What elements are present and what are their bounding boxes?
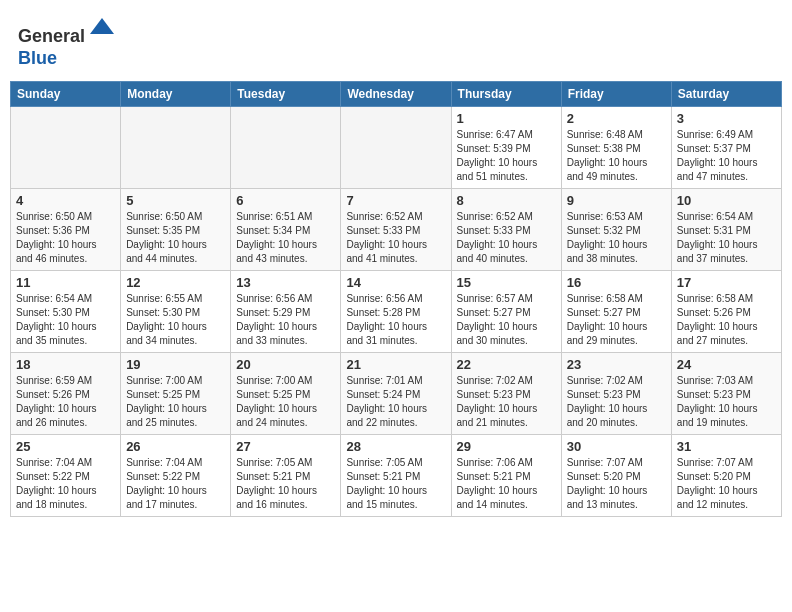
day-info: Sunrise: 7:04 AMSunset: 5:22 PMDaylight:… [126, 456, 225, 512]
calendar-cell: 4Sunrise: 6:50 AMSunset: 5:36 PMDaylight… [11, 189, 121, 271]
calendar-cell: 16Sunrise: 6:58 AMSunset: 5:27 PMDayligh… [561, 271, 671, 353]
day-number: 26 [126, 439, 225, 454]
day-number: 22 [457, 357, 556, 372]
day-info: Sunrise: 7:02 AMSunset: 5:23 PMDaylight:… [457, 374, 556, 430]
day-info: Sunrise: 7:01 AMSunset: 5:24 PMDaylight:… [346, 374, 445, 430]
calendar-cell: 10Sunrise: 6:54 AMSunset: 5:31 PMDayligh… [671, 189, 781, 271]
day-number: 17 [677, 275, 776, 290]
calendar-cell: 9Sunrise: 6:53 AMSunset: 5:32 PMDaylight… [561, 189, 671, 271]
calendar-week-3: 11Sunrise: 6:54 AMSunset: 5:30 PMDayligh… [11, 271, 782, 353]
column-header-saturday: Saturday [671, 82, 781, 107]
day-number: 6 [236, 193, 335, 208]
svg-marker-0 [90, 18, 114, 34]
day-number: 5 [126, 193, 225, 208]
day-number: 1 [457, 111, 556, 126]
calendar-cell: 26Sunrise: 7:04 AMSunset: 5:22 PMDayligh… [121, 435, 231, 517]
day-number: 18 [16, 357, 115, 372]
column-header-thursday: Thursday [451, 82, 561, 107]
logo-blue: Blue [18, 48, 57, 68]
calendar-week-2: 4Sunrise: 6:50 AMSunset: 5:36 PMDaylight… [11, 189, 782, 271]
logo-general: General [18, 26, 85, 46]
day-number: 3 [677, 111, 776, 126]
day-number: 9 [567, 193, 666, 208]
day-info: Sunrise: 7:00 AMSunset: 5:25 PMDaylight:… [236, 374, 335, 430]
calendar-cell: 23Sunrise: 7:02 AMSunset: 5:23 PMDayligh… [561, 353, 671, 435]
day-info: Sunrise: 6:56 AMSunset: 5:29 PMDaylight:… [236, 292, 335, 348]
calendar-week-1: 1Sunrise: 6:47 AMSunset: 5:39 PMDaylight… [11, 107, 782, 189]
day-info: Sunrise: 6:50 AMSunset: 5:36 PMDaylight:… [16, 210, 115, 266]
column-header-friday: Friday [561, 82, 671, 107]
day-info: Sunrise: 6:48 AMSunset: 5:38 PMDaylight:… [567, 128, 666, 184]
calendar-cell: 8Sunrise: 6:52 AMSunset: 5:33 PMDaylight… [451, 189, 561, 271]
calendar-cell [121, 107, 231, 189]
calendar-cell: 17Sunrise: 6:58 AMSunset: 5:26 PMDayligh… [671, 271, 781, 353]
day-number: 30 [567, 439, 666, 454]
day-number: 31 [677, 439, 776, 454]
day-number: 16 [567, 275, 666, 290]
column-header-tuesday: Tuesday [231, 82, 341, 107]
day-number: 25 [16, 439, 115, 454]
day-info: Sunrise: 7:06 AMSunset: 5:21 PMDaylight:… [457, 456, 556, 512]
calendar-cell [11, 107, 121, 189]
calendar-cell: 31Sunrise: 7:07 AMSunset: 5:20 PMDayligh… [671, 435, 781, 517]
column-header-sunday: Sunday [11, 82, 121, 107]
calendar-week-4: 18Sunrise: 6:59 AMSunset: 5:26 PMDayligh… [11, 353, 782, 435]
calendar-table: SundayMondayTuesdayWednesdayThursdayFrid… [10, 81, 782, 517]
day-info: Sunrise: 7:02 AMSunset: 5:23 PMDaylight:… [567, 374, 666, 430]
calendar-cell: 2Sunrise: 6:48 AMSunset: 5:38 PMDaylight… [561, 107, 671, 189]
day-info: Sunrise: 7:07 AMSunset: 5:20 PMDaylight:… [677, 456, 776, 512]
day-number: 7 [346, 193, 445, 208]
day-info: Sunrise: 7:05 AMSunset: 5:21 PMDaylight:… [236, 456, 335, 512]
calendar-cell: 28Sunrise: 7:05 AMSunset: 5:21 PMDayligh… [341, 435, 451, 517]
calendar-cell [341, 107, 451, 189]
calendar-cell: 13Sunrise: 6:56 AMSunset: 5:29 PMDayligh… [231, 271, 341, 353]
day-number: 21 [346, 357, 445, 372]
day-info: Sunrise: 6:50 AMSunset: 5:35 PMDaylight:… [126, 210, 225, 266]
day-info: Sunrise: 6:55 AMSunset: 5:30 PMDaylight:… [126, 292, 225, 348]
day-number: 12 [126, 275, 225, 290]
day-info: Sunrise: 6:59 AMSunset: 5:26 PMDaylight:… [16, 374, 115, 430]
logo-icon [88, 14, 116, 42]
calendar-cell: 18Sunrise: 6:59 AMSunset: 5:26 PMDayligh… [11, 353, 121, 435]
page-header: General Blue [10, 10, 782, 73]
day-info: Sunrise: 6:54 AMSunset: 5:30 PMDaylight:… [16, 292, 115, 348]
calendar-cell: 3Sunrise: 6:49 AMSunset: 5:37 PMDaylight… [671, 107, 781, 189]
day-info: Sunrise: 6:56 AMSunset: 5:28 PMDaylight:… [346, 292, 445, 348]
day-number: 29 [457, 439, 556, 454]
calendar-cell: 21Sunrise: 7:01 AMSunset: 5:24 PMDayligh… [341, 353, 451, 435]
calendar-cell [231, 107, 341, 189]
day-info: Sunrise: 7:05 AMSunset: 5:21 PMDaylight:… [346, 456, 445, 512]
calendar-cell: 22Sunrise: 7:02 AMSunset: 5:23 PMDayligh… [451, 353, 561, 435]
day-info: Sunrise: 6:52 AMSunset: 5:33 PMDaylight:… [457, 210, 556, 266]
calendar-cell: 6Sunrise: 6:51 AMSunset: 5:34 PMDaylight… [231, 189, 341, 271]
calendar-cell: 11Sunrise: 6:54 AMSunset: 5:30 PMDayligh… [11, 271, 121, 353]
day-number: 14 [346, 275, 445, 290]
calendar-cell: 14Sunrise: 6:56 AMSunset: 5:28 PMDayligh… [341, 271, 451, 353]
day-number: 24 [677, 357, 776, 372]
day-number: 28 [346, 439, 445, 454]
logo: General Blue [18, 14, 116, 69]
day-info: Sunrise: 6:51 AMSunset: 5:34 PMDaylight:… [236, 210, 335, 266]
day-number: 8 [457, 193, 556, 208]
calendar-cell: 1Sunrise: 6:47 AMSunset: 5:39 PMDaylight… [451, 107, 561, 189]
day-number: 2 [567, 111, 666, 126]
calendar-cell: 5Sunrise: 6:50 AMSunset: 5:35 PMDaylight… [121, 189, 231, 271]
day-info: Sunrise: 6:52 AMSunset: 5:33 PMDaylight:… [346, 210, 445, 266]
calendar-cell: 15Sunrise: 6:57 AMSunset: 5:27 PMDayligh… [451, 271, 561, 353]
day-number: 27 [236, 439, 335, 454]
day-info: Sunrise: 6:47 AMSunset: 5:39 PMDaylight:… [457, 128, 556, 184]
day-number: 20 [236, 357, 335, 372]
calendar-cell: 27Sunrise: 7:05 AMSunset: 5:21 PMDayligh… [231, 435, 341, 517]
day-info: Sunrise: 6:58 AMSunset: 5:26 PMDaylight:… [677, 292, 776, 348]
day-info: Sunrise: 6:49 AMSunset: 5:37 PMDaylight:… [677, 128, 776, 184]
calendar-week-5: 25Sunrise: 7:04 AMSunset: 5:22 PMDayligh… [11, 435, 782, 517]
calendar-cell: 19Sunrise: 7:00 AMSunset: 5:25 PMDayligh… [121, 353, 231, 435]
calendar-cell: 24Sunrise: 7:03 AMSunset: 5:23 PMDayligh… [671, 353, 781, 435]
day-info: Sunrise: 7:04 AMSunset: 5:22 PMDaylight:… [16, 456, 115, 512]
day-number: 13 [236, 275, 335, 290]
calendar-cell: 20Sunrise: 7:00 AMSunset: 5:25 PMDayligh… [231, 353, 341, 435]
day-info: Sunrise: 6:53 AMSunset: 5:32 PMDaylight:… [567, 210, 666, 266]
day-number: 10 [677, 193, 776, 208]
day-info: Sunrise: 6:54 AMSunset: 5:31 PMDaylight:… [677, 210, 776, 266]
day-info: Sunrise: 7:00 AMSunset: 5:25 PMDaylight:… [126, 374, 225, 430]
